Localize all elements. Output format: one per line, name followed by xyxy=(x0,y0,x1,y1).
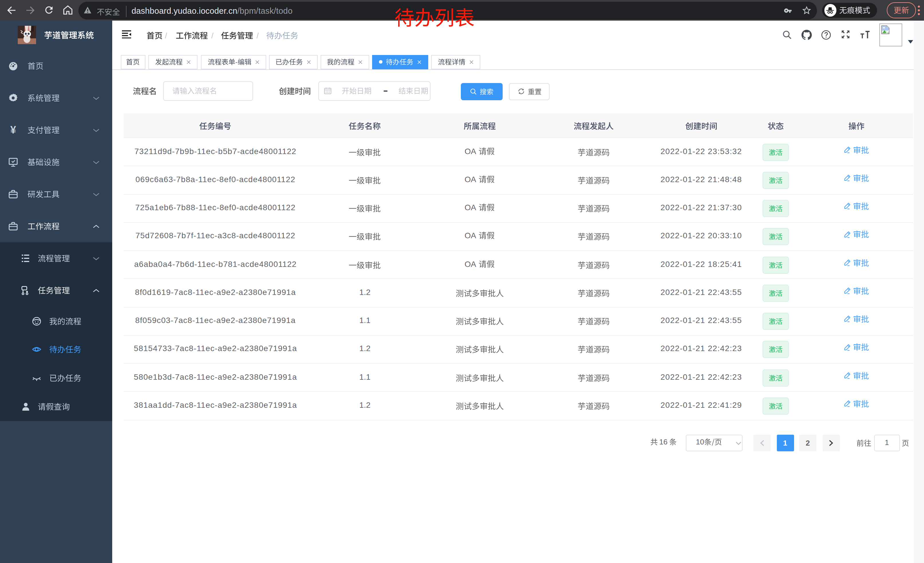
svg-text:¥: ¥ xyxy=(10,125,16,135)
